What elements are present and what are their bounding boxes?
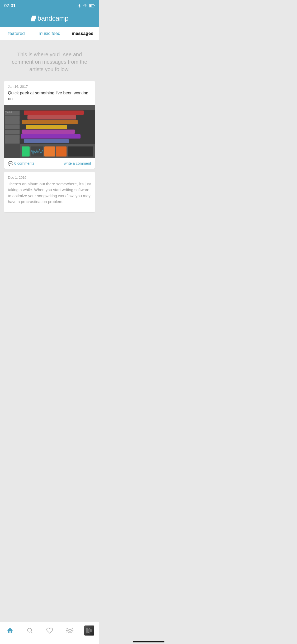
tab-featured[interactable]: featured: [0, 27, 33, 40]
messages-content: This is where you'll see and comment on …: [0, 40, 99, 221]
svg-rect-2: [89, 5, 92, 7]
card-body: Jan 16, 2017 Quick peek at something I'v…: [4, 81, 95, 102]
card-date: Dec 1, 2016: [8, 176, 91, 180]
card-body: Dec 1, 2016 There's an album out there s…: [4, 172, 95, 212]
logo-icon: [31, 16, 36, 21]
card-text: There's an album out there somewhere, it…: [8, 181, 91, 205]
daw-screenshot: Track 1: [4, 105, 95, 158]
battery-icon: [89, 4, 95, 7]
wifi-icon: [83, 4, 87, 8]
app-header: bandcamp: [0, 12, 99, 27]
logo-text: bandcamp: [37, 14, 68, 22]
card-text: Quick peek at something I've been workin…: [8, 90, 91, 102]
write-comment-button[interactable]: write a comment: [64, 161, 91, 165]
comment-bubble-icon: 💬: [8, 161, 13, 166]
tab-music-feed[interactable]: music feed: [33, 27, 66, 40]
content-area: This is where you'll see and comment on …: [0, 40, 99, 247]
message-card: Jan 16, 2017 Quick peek at something I'v…: [4, 81, 95, 169]
airplane-icon: [77, 4, 82, 8]
empty-state-message: This is where you'll see and comment on …: [4, 45, 95, 81]
message-card: Dec 1, 2016 There's an album out there s…: [4, 172, 95, 212]
card-footer: 💬 6 comments write a comment: [4, 158, 95, 169]
comments-link[interactable]: 💬 6 comments: [8, 161, 34, 166]
svg-rect-1: [94, 5, 95, 6]
tab-bar: featured music feed messages: [0, 27, 99, 40]
status-icons: [77, 4, 95, 8]
status-bar: 07:31: [0, 0, 99, 12]
status-time: 07:31: [4, 3, 16, 8]
comments-count: 6 comments: [14, 161, 34, 165]
tab-messages[interactable]: messages: [66, 27, 99, 40]
card-date: Jan 16, 2017: [8, 85, 91, 89]
logo: bandcamp: [31, 14, 68, 22]
